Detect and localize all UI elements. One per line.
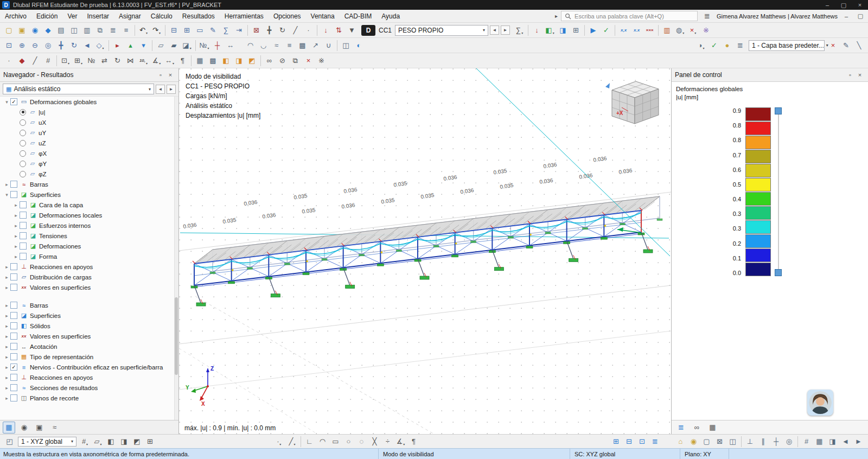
snap-grid-icon[interactable]: # bbox=[42, 55, 54, 67]
tree-item-uz[interactable]: ▱uZ bbox=[0, 138, 178, 148]
show-dimensions-icon[interactable]: ↔ bbox=[224, 40, 237, 52]
previous-view-icon[interactable]: ◄ bbox=[81, 40, 93, 52]
viewport-3d[interactable]: 0.0360.0350.0360.0350.0360.0350.0350.036… bbox=[179, 68, 671, 434]
calculation-check-icon[interactable]: ✓ bbox=[600, 24, 612, 36]
grid-settings-icon[interactable]: #▾ bbox=[79, 436, 91, 448]
results-table-view-icon[interactable]: ⊞ bbox=[610, 436, 622, 448]
tree-item-valores-en-superficies[interactable]: ▸xxValores en superficies bbox=[0, 282, 178, 292]
plane-yz-icon[interactable]: ◨ bbox=[118, 436, 130, 448]
expander-icon[interactable]: ▸ bbox=[3, 285, 10, 290]
menu-ver[interactable]: Ver bbox=[62, 11, 82, 22]
table-filter-icon[interactable]: ∑ bbox=[220, 24, 232, 36]
checkbox[interactable] bbox=[10, 343, 17, 350]
results-on-surfaces-icon[interactable]: ◠ bbox=[244, 40, 257, 52]
layer-combo[interactable]: 1 - Capa base predeter... ▾ bbox=[749, 40, 825, 51]
expander-icon[interactable]: ▸ bbox=[3, 303, 10, 308]
box-zoom-icon[interactable]: ▢ bbox=[700, 436, 713, 448]
radio-button[interactable] bbox=[20, 109, 26, 116]
visibility-eye-icon[interactable]: ◉ bbox=[18, 422, 30, 433]
close-icon[interactable]: × bbox=[165, 72, 175, 78]
user-account-label[interactable]: Gimena Alvarez Matthews | Alvarez Matthe… bbox=[717, 13, 838, 20]
renumber-icon[interactable]: № bbox=[85, 55, 98, 67]
report-templates-icon[interactable]: ≣ bbox=[107, 24, 119, 36]
navigator-scrollbar[interactable] bbox=[174, 97, 178, 420]
next-load-case-button[interactable]: ► bbox=[501, 25, 510, 35]
rotate-object-icon[interactable]: ↻ bbox=[276, 24, 289, 36]
expander-icon[interactable]: ▾ bbox=[3, 192, 10, 197]
arc-tool-icon[interactable]: ◠ bbox=[316, 436, 329, 448]
parallel-mode-icon[interactable]: ∥ bbox=[757, 436, 769, 448]
menu-herramientas[interactable]: Herramientas bbox=[220, 11, 269, 22]
delete-layer-icon[interactable]: × bbox=[827, 40, 839, 52]
expander-icon[interactable]: ▸ bbox=[12, 254, 20, 259]
scrollbar-thumb[interactable] bbox=[175, 297, 178, 375]
expander-icon[interactable]: ▸ bbox=[3, 182, 10, 187]
plane-xz-icon[interactable]: ◩ bbox=[131, 436, 143, 448]
measure-icon[interactable]: ∡▾ bbox=[150, 55, 163, 67]
mesh-generate-icon[interactable]: ▦ bbox=[194, 55, 206, 67]
delete-objects-icon[interactable]: × bbox=[302, 55, 315, 67]
pin-icon[interactable]: ▫ bbox=[845, 72, 855, 78]
object-snap-icon[interactable]: ◆ bbox=[16, 55, 28, 67]
menu-asignar[interactable]: Asignar bbox=[114, 11, 146, 22]
tree-item-distribucio-n-de-cargas[interactable]: ▸▱Distribución de cargas bbox=[0, 272, 178, 282]
show-axis-systems-icon[interactable]: ┼ bbox=[211, 40, 224, 52]
tree-item-superficies[interactable]: ▾◪Superficies bbox=[0, 189, 178, 200]
connect-members-icon[interactable]: ∞ bbox=[263, 55, 276, 67]
result-tables-icon[interactable]: ⊞ bbox=[570, 24, 582, 36]
menu-ventana[interactable]: Ventana bbox=[306, 11, 340, 22]
checkbox[interactable] bbox=[10, 322, 17, 329]
filter-loads-icon[interactable]: ∑▾ bbox=[513, 24, 526, 36]
layer-line-icon[interactable]: ╲ bbox=[853, 40, 865, 52]
section-view-icon[interactable]: ◫ bbox=[726, 436, 739, 448]
deformed-structure-icon[interactable]: ∪ bbox=[322, 40, 335, 52]
smooth-results-icon[interactable]: ≈ bbox=[270, 40, 283, 52]
delete-results-icon[interactable]: ×▾ bbox=[687, 24, 699, 36]
open-model-icon[interactable]: ▣ bbox=[16, 24, 28, 36]
load-settings-icon[interactable]: ▼ bbox=[346, 24, 358, 36]
tree-item-acotacio-n[interactable]: ▸↔Acotación bbox=[0, 341, 178, 352]
tree-item-so-lidos[interactable]: ▸◧Sólidos bbox=[0, 321, 178, 331]
full-view-icon[interactable]: ▭ bbox=[194, 24, 206, 36]
checkbox[interactable]: ✓ bbox=[10, 364, 17, 371]
undo-icon[interactable]: ↶▾ bbox=[137, 24, 150, 36]
isosurfaces-icon[interactable]: ▩ bbox=[296, 40, 309, 52]
tables-toggle-icon[interactable]: ▦ bbox=[813, 436, 826, 448]
checkbox[interactable] bbox=[20, 222, 27, 229]
load-case-combo[interactable]: PESO PROPIO ▾ bbox=[395, 25, 488, 36]
copy-graphic-icon[interactable]: ⧉ bbox=[94, 24, 106, 36]
solid-display-icon[interactable]: ▰ bbox=[168, 40, 180, 52]
menu-ca-lculo[interactable]: Cálculo bbox=[146, 11, 177, 22]
checkbox[interactable] bbox=[10, 374, 17, 381]
checkbox[interactable]: ✓ bbox=[10, 98, 17, 105]
tree-item-valores-en-superficies[interactable]: ▸xxValores en superficies bbox=[0, 331, 178, 341]
mesh-refinements-icon[interactable]: ▩ bbox=[207, 55, 219, 67]
guidelines-icon[interactable]: ╱ bbox=[29, 55, 41, 67]
rotate-entities-icon[interactable]: ↻ bbox=[111, 55, 124, 67]
redo-icon[interactable]: ↷▾ bbox=[150, 24, 163, 36]
snap-toggle-icon[interactable]: ◉ bbox=[687, 436, 700, 448]
tree-item-barras[interactable]: ▸≈Barras bbox=[0, 300, 178, 310]
dock-panel-icon[interactable]: ◰ bbox=[3, 436, 16, 448]
scroll-tabs-right-icon[interactable]: ► bbox=[852, 436, 865, 448]
camera-icon[interactable]: ▣ bbox=[33, 422, 46, 433]
color-scale-settings-icon[interactable]: ▥ bbox=[661, 24, 673, 36]
radio-button[interactable] bbox=[20, 140, 26, 146]
select-visibility-icon[interactable]: ✓ bbox=[708, 40, 720, 52]
ortho-mode-icon[interactable]: ⊥ bbox=[744, 436, 756, 448]
rotate-view-icon[interactable]: ↻ bbox=[68, 40, 80, 52]
expander-icon[interactable]: ▸ bbox=[12, 233, 20, 239]
tree-item-u[interactable]: ▱|u| bbox=[0, 107, 178, 117]
tree-item-cara-de-la-capa[interactable]: ▸◪Cara de la capa bbox=[0, 200, 178, 210]
checkbox[interactable] bbox=[10, 181, 17, 188]
decimal-grid-icon[interactable]: 10,▾ bbox=[137, 55, 150, 67]
checkbox[interactable] bbox=[10, 273, 17, 280]
open-tables-icon[interactable]: ≡ bbox=[120, 24, 132, 36]
move-copy-object-icon[interactable]: ╋ bbox=[263, 24, 276, 36]
save-model-icon[interactable]: ◫ bbox=[68, 24, 80, 36]
checkbox[interactable] bbox=[20, 212, 27, 219]
delete-selection-icon[interactable]: ⊠ bbox=[250, 24, 263, 36]
expander-icon[interactable]: ▸ bbox=[3, 264, 10, 270]
copy-objects-icon[interactable]: ⧉ bbox=[289, 55, 302, 67]
expander-icon[interactable]: ▸ bbox=[12, 223, 20, 228]
